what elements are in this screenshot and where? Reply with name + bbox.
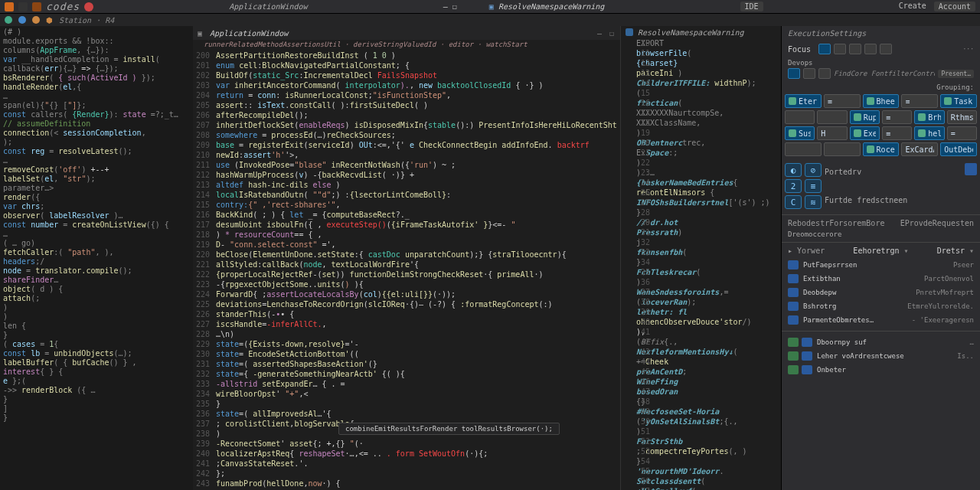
code-line[interactable]: state=({Exists-down,resolve}='-	[213, 339, 620, 349]
list-item[interactable]: DeobdepwPnretvMofreprt	[782, 286, 980, 299]
code-line[interactable]: newId:assert'h''>,	[213, 150, 620, 160]
code-line[interactable]: ->> renderBlock ({ …	[0, 386, 193, 395]
code-line[interactable]: …	[0, 230, 193, 239]
outline-item[interactable]: 51)	[621, 426, 781, 436]
outline-item[interactable]: 55 'nerourthMD'Ideorr.	[621, 466, 781, 476]
grid-cell[interactable]: OutDebegend	[940, 142, 977, 156]
code-line[interactable]: labelSet(el, "str");	[0, 175, 193, 184]
tool-icon[interactable]: ≡	[805, 179, 822, 193]
outline-item[interactable]: 21 ExSpace:;	[621, 148, 781, 158]
outline-item[interactable]: 18 XXXXClassName,	[621, 118, 781, 128]
grid-cell[interactable]: TaskFounders	[940, 94, 977, 108]
outline-item[interactable]: 37 WaneSndessforoints,=	[621, 287, 781, 297]
code-line[interactable]: interest{ } {	[0, 368, 193, 377]
code-line[interactable]: base = registerExit(serviceId) OUt:<=,'{…	[213, 140, 620, 150]
code-line[interactable]: BackKind( ; ) { let _= {computeBaseRect?…	[213, 210, 620, 220]
outline-item[interactable]: 42 (BEfix{.,	[621, 337, 781, 347]
view-mode-3[interactable]	[849, 44, 861, 54]
footer-item[interactable]: Dboornpy suf…	[782, 335, 980, 349]
grid-cell[interactable]: ≡	[901, 94, 938, 108]
code-line[interactable]: inheritDeflockSet(enableReqs) isDisposed…	[213, 120, 620, 130]
code-line[interactable]: afterRecompileDel();	[213, 110, 620, 120]
code-line[interactable]: standerThis(-•• {	[213, 309, 620, 319]
view-more[interactable]: ···	[963, 46, 974, 53]
outline-item[interactable]: 13paiceIni )	[621, 68, 781, 78]
code-line[interactable]: }	[213, 399, 620, 409]
outline-item[interactable]: 34 }	[621, 257, 781, 267]
code-line[interactable]: iscsHandle=-inferAllCt.,	[213, 319, 620, 329]
code-line[interactable]: removeConst('off') +--+	[0, 165, 193, 175]
code-line[interactable]: funambProd(hellDone,now·) {	[213, 479, 620, 488]
grid-cell[interactable]	[785, 110, 815, 124]
filter-toggle-3[interactable]	[818, 68, 831, 79]
record-icon[interactable]	[84, 2, 93, 11]
account-button[interactable]: Account	[934, 2, 975, 11]
grid-cell[interactable]	[785, 142, 822, 156]
center-tab[interactable]: ApplicationWindow	[229, 2, 307, 11]
filter-toggle-1[interactable]	[788, 68, 800, 79]
code-line[interactable]: altdef hash-inc-dils else )	[213, 180, 620, 190]
outline-item[interactable]: 45 preAnCentD;	[621, 367, 781, 377]
outline-pane[interactable]: ResolveNamespaceWarning 10EXPORT11 brows…	[620, 26, 781, 490]
code-line[interactable]: var __handledCompletion = install(	[0, 55, 193, 64]
outline-item[interactable]: 54}	[621, 456, 781, 466]
code-line[interactable]: allStyled:callBack(node, textLocalWordFi…	[213, 260, 620, 270]
left-editor-pane[interactable]: (# )module.exports && !box:: columns(App…	[0, 26, 193, 490]
code-line[interactable]: ( cases = 1{	[0, 340, 193, 349]
code-line[interactable]: // assumeDefinition	[0, 119, 193, 129]
restore-icon[interactable]: ☐	[452, 2, 457, 11]
sort-col-2[interactable]: Eehoretrgn	[853, 247, 908, 255]
code-line[interactable]: const lb = unbindObjects(…);	[0, 349, 193, 358]
code-line[interactable]: …	[0, 92, 193, 101]
code-line[interactable]: -{rpgexectObjectSome..units() ){	[213, 279, 620, 289]
code-line[interactable]: const number = createOnListView({) {	[0, 220, 193, 230]
outline-item[interactable]: 50 ('yOnSetAlSinalsBt;{.,	[621, 416, 781, 426]
code-line[interactable]: {properLocalRejectRef-(set)) functionDel…	[213, 270, 620, 279]
outline-item[interactable]: 53 ; compectreTeyPortes(, )	[621, 446, 781, 456]
outline-item[interactable]: 39lethetr: fl	[621, 307, 781, 317]
grid-cell[interactable]: Roce	[863, 142, 900, 156]
code-line[interactable]: -allstrid setExpandEr… { . =	[213, 379, 620, 389]
outline-item[interactable]: 24{haskerNameBedEntries{	[621, 178, 781, 188]
outline-item[interactable]: 57+HotSmollowf(	[621, 486, 781, 490]
code-line[interactable]: }	[0, 331, 193, 340]
code-line[interactable]: var chrs;	[0, 202, 193, 211]
view-mode-4[interactable]	[864, 44, 877, 54]
code-line[interactable]: var inheritAncestorCommand( interpolator…	[213, 80, 620, 90]
code-line[interactable]: e };(	[0, 377, 193, 386]
code-line[interactable]: …\n)	[213, 329, 620, 339]
code-line[interactable]: const callers( {Render}): state =?;_t…	[0, 110, 193, 119]
outline-item[interactable]: 27 INFOShsBuildersrtnel['(s') ;)	[621, 198, 781, 207]
code-line[interactable]: state= EncodeSetActionBottom'((	[213, 349, 620, 359]
present-button[interactable]: Present…	[938, 70, 974, 78]
list-item[interactable]: BshrotrgEtmreYulrorelde.	[782, 299, 980, 313]
outline-item[interactable]: 56 Setclassdsentt(	[621, 476, 781, 486]
sort-col-1[interactable]: Yorwer	[797, 247, 825, 255]
list-item[interactable]: ParmenteObmretes…- 'Exeerageresn	[782, 313, 980, 327]
code-line[interactable]: )	[0, 312, 193, 322]
editor-tab[interactable]: ApplicationWindow	[210, 29, 288, 38]
code-line[interactable]: const reg = resolveLatest();	[0, 147, 193, 156]
code-line[interactable]: );	[0, 138, 193, 147]
code-line[interactable]: state=( allImprovedsAl…'{	[213, 409, 620, 419]
grid-cell[interactable]: ≡	[882, 110, 912, 124]
grid-cell[interactable]: Bhees	[863, 94, 900, 108]
outline-item[interactable]: 38 (ioceverRan);	[621, 297, 781, 307]
code-line[interactable]: enum cell:BlockNavigatedPartialConstant;…	[213, 60, 620, 70]
code-line[interactable]: observer( labelResolver )…	[0, 211, 193, 220]
outline-item[interactable]: 15 (	[621, 88, 781, 98]
code-line[interactable]: deviations=LenchaseToRecordOrign(slcIORe…	[213, 299, 620, 309]
grid-cell[interactable]	[824, 142, 861, 156]
tool-icon[interactable]: 2	[785, 179, 802, 193]
outline-item[interactable]: 12{charset}	[621, 58, 781, 68]
outline-item[interactable]: 49 #NecfoseeSet-Horia	[621, 407, 781, 416]
outline-item[interactable]: 32 j	[621, 237, 781, 247]
code-line[interactable]: ForwardD{ ;assertLocateLocalsBy(col){{el…	[213, 289, 620, 299]
outline-item[interactable]: 33fkunsenfbh(	[621, 247, 781, 257]
code-line[interactable]: return = conn: isRunnerLocalConst;"isFun…	[213, 90, 620, 100]
grid-cell[interactable]: H	[817, 126, 847, 140]
code-line[interactable]: ) * resourceCount== { ,	[213, 230, 620, 240]
code-line[interactable]: beClose(ElementUnDone.setState:{ castDoc…	[213, 250, 620, 260]
code-line[interactable]: headers;/	[0, 257, 193, 266]
code-line[interactable]: columns(AppFrame, {…}):	[0, 46, 193, 55]
